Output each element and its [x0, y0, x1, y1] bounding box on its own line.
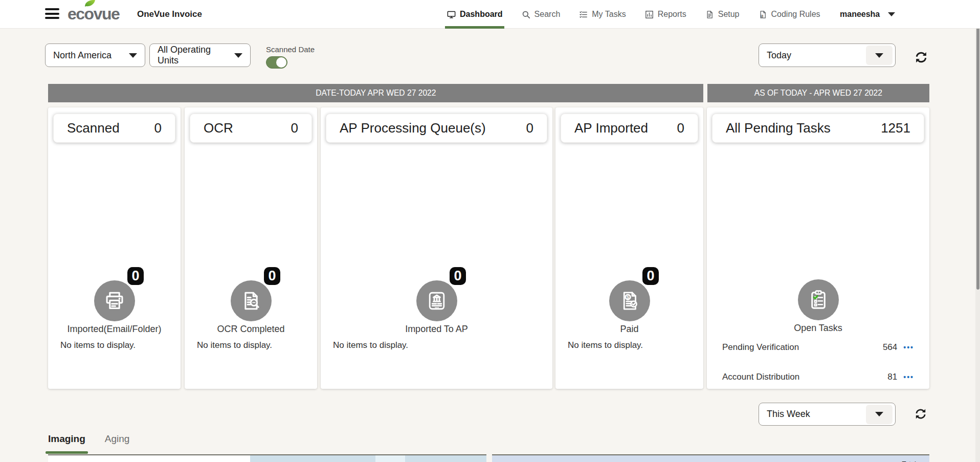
- scrollbar-track: [975, 0, 980, 462]
- nav-label: Setup: [718, 10, 740, 19]
- card-header: All Pending Tasks 1251: [712, 114, 924, 143]
- empty-message: No items to display.: [568, 340, 643, 350]
- week-range-select[interactable]: This Week: [759, 403, 896, 426]
- scrollbar-thumb[interactable]: [976, 3, 979, 290]
- task-row-pending-verification: Pending Verification 564 •••: [707, 333, 929, 362]
- week-range-value: This Week: [767, 409, 810, 420]
- empty-message: No items to display.: [60, 340, 136, 350]
- card-count: 0: [291, 120, 298, 136]
- card-count: 0: [526, 120, 533, 136]
- task-name: Account Distribution: [722, 372, 887, 382]
- select-caret-button[interactable]: [866, 46, 893, 65]
- card-icon-label: OCR Completed: [217, 324, 284, 335]
- card-count: 1251: [881, 120, 910, 136]
- search-icon: [521, 10, 531, 19]
- scanned-date-label: Scanned Date: [266, 45, 315, 54]
- card-icon-label: Paid: [620, 324, 638, 335]
- date-range-value: Today: [767, 50, 791, 61]
- nav-label: My Tasks: [592, 10, 626, 19]
- operating-units-select[interactable]: All Operating Units: [149, 43, 251, 67]
- card-count: 0: [154, 120, 162, 136]
- tab-label: Aging: [105, 433, 130, 444]
- onevue-dashboard: ecovue OneVue Invoice Dashboard Search M…: [0, 0, 980, 462]
- user-menu[interactable]: maneesha: [840, 0, 895, 29]
- app-title: OneVue Invoice: [137, 9, 202, 19]
- task-name: Pending Verification: [722, 342, 883, 353]
- main-nav: Dashboard Search My Tasks Reports Setup …: [447, 0, 820, 29]
- date-range-select[interactable]: Today: [759, 43, 896, 67]
- nav-label: Dashboard: [460, 10, 503, 19]
- card-all-pending-tasks: All Pending Tasks 1251: [707, 107, 929, 389]
- bottom-tabs: Imaging Aging: [48, 433, 129, 454]
- operating-units-value: All Operating Units: [158, 45, 234, 66]
- nav-coding-rules[interactable]: $ Coding Rules: [758, 0, 820, 29]
- nav-label: Search: [534, 10, 561, 19]
- svg-text:$: $: [761, 15, 763, 17]
- nav-setup[interactable]: Setup: [705, 0, 740, 29]
- printer-icon: [94, 280, 135, 321]
- card-header: OCR 0: [190, 114, 312, 143]
- card-count: 0: [677, 120, 684, 136]
- card-ap-processing-queues: AP Processing Queue(s) 0 0 Imported To A…: [321, 107, 552, 389]
- card-icon-area: 0 OCR Completed: [185, 280, 317, 335]
- logo-text: vue: [94, 5, 120, 23]
- nav-reports[interactable]: Reports: [644, 0, 686, 29]
- select-caret-button[interactable]: [866, 405, 893, 424]
- date-banner-right: AS OF TODAY - APR WED 27 2022: [707, 84, 929, 102]
- leaf-icon: [84, 0, 96, 8]
- clipped-total-label: Total: [902, 460, 916, 462]
- refresh-icon: [914, 407, 928, 421]
- chevron-down-icon: [875, 412, 883, 416]
- card-icon-area: $ 0 Paid: [555, 280, 703, 335]
- banner-text: AS OF TODAY - APR WED 27 2022: [754, 88, 882, 98]
- task-value: 81: [887, 372, 897, 382]
- user-name: maneesha: [840, 10, 880, 19]
- checklist-icon: [578, 10, 588, 19]
- hamburger-menu-icon[interactable]: [45, 8, 59, 20]
- nav-search[interactable]: Search: [521, 0, 561, 29]
- region-select[interactable]: North America: [45, 43, 145, 67]
- chevron-down-icon: [234, 53, 242, 58]
- tab-aging[interactable]: Aging: [105, 433, 130, 454]
- region-select-value: North America: [53, 50, 112, 61]
- refresh-icon: [914, 50, 929, 65]
- card-header: AP Imported 0: [561, 114, 698, 143]
- tab-label: Imaging: [48, 433, 85, 444]
- ecovue-logo: ecovue: [68, 5, 119, 24]
- tab-imaging[interactable]: Imaging: [48, 433, 85, 454]
- banner-text: DATE-TODAY APR WED 27 2022: [316, 88, 436, 98]
- nav-my-tasks[interactable]: My Tasks: [578, 0, 626, 29]
- card-title: OCR: [204, 120, 233, 136]
- scanned-date-toggle[interactable]: [266, 56, 287, 69]
- imaging-panel-right-clipped: Total: [492, 454, 929, 462]
- card-title: Scanned: [67, 120, 120, 136]
- imaging-panel-left-clipped: [48, 454, 486, 462]
- card-header: Scanned 0: [53, 114, 175, 143]
- paid-invoice-icon: $: [609, 280, 650, 321]
- count-badge: 0: [642, 267, 658, 285]
- refresh-button[interactable]: [914, 407, 929, 422]
- chart-area-clipped: [375, 455, 405, 462]
- logo-text: ec: [68, 5, 84, 23]
- task-value: 564: [883, 342, 897, 353]
- card-icon-label: Open Tasks: [794, 323, 842, 334]
- card-ap-imported: AP Imported 0 $ 0 Paid No item: [555, 107, 703, 389]
- refresh-button[interactable]: [914, 50, 929, 65]
- bank-document-icon: [416, 280, 457, 321]
- chevron-down-icon: [129, 53, 137, 58]
- bar-chart-icon: [644, 10, 654, 19]
- chevron-down-icon: [888, 12, 895, 16]
- card-scanned: Scanned 0 0 Imported(Email/Folder) No it…: [48, 107, 181, 389]
- card-icon-area: 0 Imported To AP: [321, 280, 552, 335]
- card-header: AP Processing Queue(s) 0: [326, 114, 547, 143]
- nav-dashboard[interactable]: Dashboard: [447, 0, 503, 29]
- task-actions-icon[interactable]: •••: [903, 373, 914, 381]
- count-badge: 0: [127, 267, 143, 285]
- document-icon: [705, 10, 715, 19]
- card-icon-label: Imported To AP: [405, 324, 468, 335]
- task-actions-icon[interactable]: •••: [903, 343, 914, 351]
- card-icon-label: Imported(Email/Folder): [67, 324, 161, 335]
- document-scan-icon: [231, 280, 272, 321]
- chart-area-clipped: [250, 455, 486, 462]
- card-icon-area: 0 Imported(Email/Folder): [48, 280, 181, 335]
